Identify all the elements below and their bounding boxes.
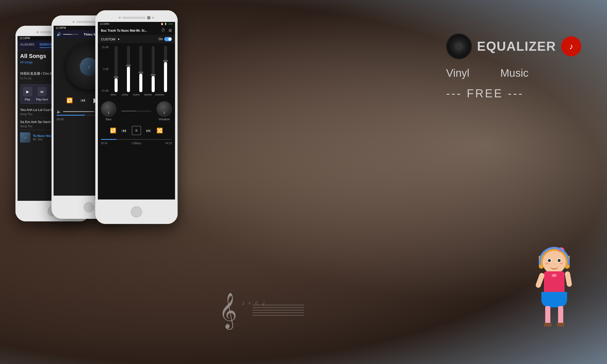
note-1: ♩ bbox=[242, 300, 244, 306]
phone-equalizer: 12:15PM ⏰ 🔋 40% Buc Tranh Tu Nuoc Mat-Mr… bbox=[95, 10, 178, 224]
bass-knob-wrapper: Bass bbox=[101, 101, 116, 121]
vinyl-label: Vinyl bbox=[446, 67, 469, 79]
vinyl-music-row: Vinyl Music bbox=[446, 67, 581, 79]
eq-prev-btn[interactable]: ⏮ bbox=[122, 128, 127, 134]
staff-line-3 bbox=[253, 310, 304, 310]
volume-fill bbox=[63, 111, 94, 112]
eq-band-14000hz[interactable] bbox=[160, 46, 171, 92]
freq-14000hz: 14000Hz bbox=[155, 93, 164, 96]
eq-on-toggle[interactable]: On bbox=[159, 37, 172, 41]
eq-track-14000hz[interactable] bbox=[164, 46, 167, 92]
eq-preset-dropdown[interactable]: ▼ bbox=[117, 38, 120, 41]
virtualizer-knob[interactable] bbox=[157, 101, 172, 117]
music-notation: 𝄞 ♩ ♪ ♫ ♩ bbox=[219, 294, 304, 325]
volume-icon: 🔊 bbox=[57, 32, 61, 36]
repeat-button[interactable]: 🔁 bbox=[66, 97, 73, 103]
eq-next-btn[interactable]: ⏭ bbox=[146, 128, 151, 134]
play-next-label: Play Next bbox=[36, 98, 48, 101]
staff-line-5 bbox=[253, 315, 304, 316]
eq-preset-row: CUSTOM ▼ On bbox=[98, 35, 175, 43]
tab-albums[interactable]: ALBUMS bbox=[20, 42, 34, 48]
play-label: Play bbox=[25, 98, 30, 101]
note-2: ♪ bbox=[248, 300, 251, 306]
eq-thumb-3600hz[interactable] bbox=[151, 74, 155, 76]
music-staff bbox=[253, 305, 304, 316]
freq-60hz: 60Hz bbox=[109, 93, 118, 96]
phone3-status-bar: 12:15PM ⏰ 🔋 40% bbox=[98, 22, 175, 26]
note-4: ♩ bbox=[262, 300, 265, 306]
eq-pause-btn[interactable]: ⏸ bbox=[132, 126, 141, 135]
girl-leg-left bbox=[545, 306, 550, 324]
girl-character bbox=[519, 246, 592, 343]
girl-body bbox=[519, 246, 592, 343]
staff-line-4 bbox=[253, 313, 304, 313]
eq-track-60hz[interactable] bbox=[115, 46, 118, 92]
equalizer-row: EQUALIZER ♪ bbox=[446, 33, 581, 59]
eq-band-910hz[interactable] bbox=[136, 46, 146, 92]
eq-thumb-14000hz[interactable] bbox=[163, 60, 168, 62]
phone2-speaker bbox=[76, 21, 97, 23]
note-3: ♫ bbox=[255, 300, 258, 306]
eq-band-60hz[interactable] bbox=[111, 46, 121, 92]
timer-icon[interactable]: ⏱ bbox=[161, 28, 165, 33]
eq-thumb-910hz[interactable] bbox=[138, 72, 143, 74]
eq-track-230hz[interactable] bbox=[127, 46, 130, 92]
phone3-header: Buc Tranh Tu Nuoc Mat-Mr. Si... ⏱ ⚙ bbox=[98, 26, 175, 35]
freq-230hz: 230Hz bbox=[120, 93, 130, 96]
phone3-home[interactable] bbox=[131, 206, 142, 218]
db-0: 0 dB bbox=[101, 68, 108, 71]
phone3-dot2 bbox=[152, 17, 154, 19]
eq-settings-icon[interactable]: ⚙ bbox=[168, 28, 172, 33]
play-next-icon: ⏭ bbox=[38, 87, 47, 96]
phone3-top bbox=[95, 10, 178, 22]
eq-progress-bar[interactable] bbox=[101, 139, 172, 140]
play-button[interactable]: ▶ Play bbox=[23, 87, 32, 101]
music-badge: ♪ bbox=[561, 36, 581, 56]
eq-time-row: 00:54 128kbps 04:19 bbox=[98, 141, 175, 145]
prev-button[interactable]: ⏮ bbox=[81, 97, 86, 103]
girl-skirt bbox=[541, 292, 567, 307]
eq-track-910hz[interactable] bbox=[139, 46, 142, 92]
eq-band-3600hz[interactable] bbox=[148, 46, 158, 92]
eq-playback-row: 🔁 ⏮ ⏸ ⏭ 🔀 bbox=[98, 123, 175, 138]
eq-time-current: 00:54 bbox=[101, 142, 107, 145]
phone3-time: 12:15PM bbox=[100, 23, 109, 25]
music-note-icon: ♪ bbox=[569, 42, 573, 51]
vol-low-icon: 🔈 bbox=[57, 109, 61, 114]
phone2-home[interactable] bbox=[84, 202, 94, 212]
eq-band-230hz[interactable] bbox=[123, 46, 134, 92]
play-next-button[interactable]: ⏭ Play Next bbox=[36, 87, 48, 101]
bass-knob[interactable] bbox=[101, 101, 116, 117]
phone3-camera bbox=[147, 16, 151, 20]
girl-dress-bow bbox=[552, 274, 557, 277]
phone3-battery: 40% bbox=[168, 23, 173, 25]
girl-torso bbox=[544, 271, 565, 294]
eq-toggle-switch[interactable] bbox=[164, 37, 172, 41]
girl-arm-left bbox=[535, 272, 545, 288]
phones-container: 12:14PM ALBUMS SONGS All Songs 49 songs … bbox=[15, 10, 221, 345]
tab-songs[interactable]: SONGS bbox=[40, 42, 52, 48]
treble-clef-icon: 𝄞 bbox=[219, 294, 237, 325]
girl-leg-right bbox=[558, 306, 563, 324]
girl-shoe-right bbox=[557, 323, 565, 327]
music-label: Music bbox=[500, 67, 528, 79]
progress-fill bbox=[57, 115, 85, 116]
eq-thumb-60hz[interactable] bbox=[114, 76, 118, 78]
volume-control: 🔊 bbox=[57, 32, 79, 36]
eq-song-name: Buc Tranh Tu Nuoc Mat-Mr. Si... bbox=[101, 29, 161, 32]
music-notes: ♩ ♪ ♫ ♩ bbox=[242, 300, 265, 306]
knob-separator bbox=[122, 111, 151, 111]
eq-track-3600hz[interactable] bbox=[152, 46, 155, 92]
eq-thumb-230hz[interactable] bbox=[126, 65, 131, 67]
free-label: --- FREE --- bbox=[446, 87, 524, 100]
virtualizer-knob-wrapper: Virtualizer bbox=[157, 101, 172, 121]
vinyl-hole bbox=[455, 43, 463, 50]
eq-progress-fill bbox=[101, 139, 117, 140]
eq-repeat-btn[interactable]: 🔁 bbox=[110, 127, 116, 134]
phone1-time: 12:14PM bbox=[20, 37, 30, 40]
virtualizer-label: Virtualizer bbox=[159, 118, 170, 121]
girl-shoe-left bbox=[544, 323, 552, 327]
treble-area: 𝄞 ♩ ♪ ♫ ♩ bbox=[219, 294, 304, 325]
eq-on-label: On bbox=[159, 37, 163, 41]
eq-shuffle-btn[interactable]: 🔀 bbox=[157, 127, 163, 134]
